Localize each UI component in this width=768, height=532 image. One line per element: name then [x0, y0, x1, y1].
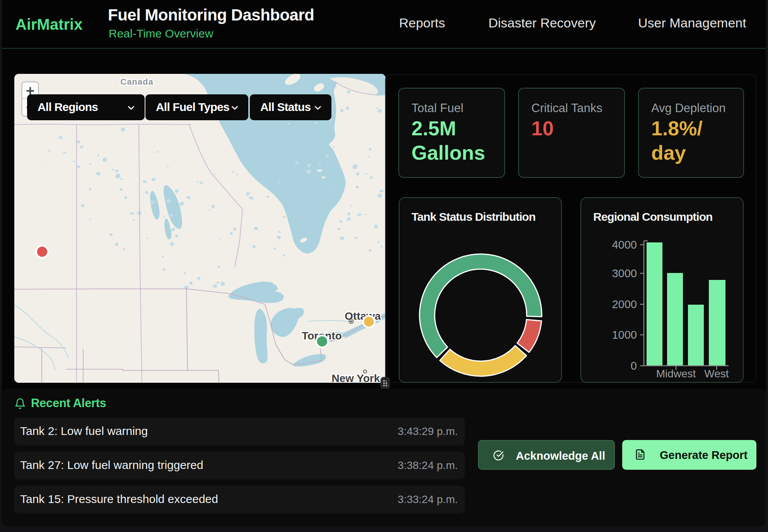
svg-text:West: West	[704, 368, 729, 380]
svg-text:1000: 1000	[612, 329, 637, 341]
svg-text:3000: 3000	[612, 267, 637, 280]
svg-text:Midwest: Midwest	[656, 368, 696, 380]
svg-text:Canada: Canada	[120, 77, 153, 87]
svg-text:4000: 4000	[612, 239, 637, 251]
svg-text:2000: 2000	[612, 298, 637, 310]
svg-text:New York: New York	[331, 372, 380, 383]
svg-text:0: 0	[631, 360, 637, 372]
